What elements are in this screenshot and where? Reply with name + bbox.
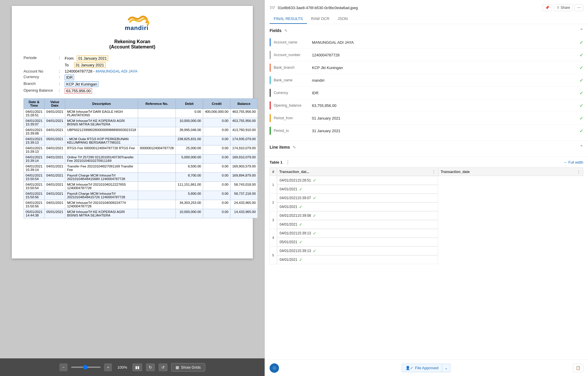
table-row: 04/01/2021 15:39:0804/01/2021UBP60212399… — [24, 127, 258, 136]
raw-check-icon: ✓ — [313, 249, 316, 253]
date-to-value: 31 January 2021 — [74, 62, 106, 68]
full-width-button[interactable]: ↔ Full width — [564, 160, 583, 164]
file-approved-button[interactable]: 👤✓ File Approved — [402, 364, 442, 372]
tab-json[interactable]: JSON — [333, 14, 352, 24]
reset-icon: ↻ — [149, 365, 152, 370]
share-button[interactable]: ⇧ Share — [554, 4, 573, 11]
chevron-down-icon: ⌄ — [445, 366, 448, 370]
zoom-out-button[interactable]: − — [59, 363, 68, 371]
fit-page-button[interactable]: ▮▮ — [132, 363, 142, 371]
field-value: mandiri — [312, 78, 578, 83]
zoom-in-button[interactable]: + — [104, 363, 112, 371]
date-check-icon: ✓ — [299, 222, 303, 227]
show-grids-button[interactable]: ▦ Show Grids — [171, 363, 205, 372]
rotate-button[interactable]: ↺ — [158, 363, 168, 371]
table-row: 04/01/2021 15:28:5104/01/2021MCM Inhouse… — [24, 109, 258, 118]
field-item: CurrencyIDR✓ — [270, 87, 583, 99]
header-actions: 📌 ⇧ Share ⋯ — [542, 4, 583, 11]
shield-button[interactable]: ☉ — [270, 363, 279, 373]
svg-text:mandiri: mandiri — [125, 24, 148, 31]
date-check-icon: ✓ — [299, 257, 303, 262]
fit-icon: ▮▮ — [135, 365, 139, 370]
table-row: 04/01/2021 15:50:5604/01/2021Payroll Cha… — [24, 191, 258, 200]
document-title: Rekening Koran (Account Statement) — [24, 39, 241, 50]
right-panel: 7/7 01e8b633-3ae8-476f-b530-0c9bc0eda6ad… — [265, 0, 588, 376]
col-date-options[interactable]: ⋮ — [577, 169, 581, 174]
field-check-icon: ✓ — [579, 65, 583, 70]
reset-button[interactable]: ↻ — [146, 363, 155, 371]
data-table-row: 204/01/202115:39:07✓04/01/2021✓ — [270, 194, 583, 211]
field-name: Period_to — [274, 129, 312, 133]
field-indicator — [270, 89, 271, 97]
grid-icon: ▦ — [176, 365, 179, 370]
periode-label: Periode — [24, 56, 59, 60]
bank-logo: mandiri — [24, 15, 241, 33]
ellipsis-icon: ⋯ — [577, 6, 581, 10]
table-title: Table 1 — [270, 160, 283, 164]
field-value: 01 January 2021 — [312, 116, 578, 120]
document-viewer: mandiri Rekening Koran (Account Statemen… — [0, 0, 265, 376]
copy-button[interactable]: 📋 — [573, 364, 583, 372]
zoom-level: 100% — [116, 365, 129, 370]
field-check-icon: ✓ — [579, 40, 583, 45]
share-icon: ⇧ — [557, 6, 559, 10]
field-value: KCP Jkt Kuningan — [312, 66, 578, 70]
col-ref-no: Reference No. — [138, 99, 176, 109]
fields-list: Account_nameMANUNGGAL ADI JAYA✓Account_n… — [270, 36, 583, 137]
data-table-row: 304/01/202115:39:08✓04/01/2021✓ — [270, 211, 583, 229]
zoom-slider[interactable] — [71, 367, 101, 368]
tabs: FINAL RESULTS RAW OCR JSON — [270, 14, 583, 24]
raw-check-icon: ✓ — [313, 231, 316, 236]
fields-collapse-button[interactable]: ⌃ — [579, 28, 583, 33]
bottom-toolbar: − + 100% ▮▮ ↻ ↺ ▦ Show Grids — [0, 358, 265, 376]
table-row: 04/01/2021 15:50:5404/01/2021MCM Inhouse… — [24, 182, 258, 191]
document-content: mandiri Rekening Koran (Account Statemen… — [0, 0, 265, 358]
table-row: 04/01/2021 15:39:1404/01/2021Online Trf … — [24, 155, 258, 164]
account-no-label: Account No — [24, 69, 59, 73]
right-footer: ☉ 👤✓ File Approved ⌄ 📋 — [265, 360, 588, 376]
document-page: mandiri Rekening Koran (Account Statemen… — [12, 6, 253, 258]
table-row: 04/01/2021 15:50:5604/01/2021MCM Inhouse… — [24, 200, 258, 209]
tab-raw-ocr[interactable]: RAW OCR — [307, 14, 333, 24]
table-actions: ↔ Full width — [564, 160, 583, 164]
copy-icon: 📋 — [576, 366, 581, 370]
col-transaction-raw: Transaction_dat... ⋮ — [277, 168, 438, 176]
approved-dropdown-button[interactable]: ⌄ — [442, 364, 450, 372]
rotate-icon: ↺ — [161, 365, 165, 370]
right-header: 7/7 01e8b633-3ae8-476f-b530-0c9bc0eda6ad… — [265, 0, 588, 24]
field-indicator — [270, 114, 271, 122]
pin-button[interactable]: 📌 — [542, 4, 552, 11]
more-options-button[interactable]: ⋯ — [574, 4, 583, 11]
table-row: 04/01/2021 15:39:1404/01/2021Transfer Fe… — [24, 164, 258, 173]
col-debit: Debit — [176, 99, 203, 109]
fields-title: Fields — [270, 28, 281, 33]
data-table-row: 504/01/202115:39:13✓04/01/2021✓ — [270, 246, 583, 264]
info-section: Periode : From 01 January 2021 To 31 Jan… — [24, 56, 241, 94]
field-indicator — [270, 127, 271, 135]
statement-table: Date & Time Value Date Description Refer… — [24, 98, 258, 218]
field-name: Account_name — [274, 40, 312, 44]
field-indicator — [270, 101, 271, 110]
col-raw-options[interactable]: ⋮ — [432, 169, 436, 174]
branch-value: KCP Jkt Kuningan — [65, 81, 98, 87]
field-name: Account_number — [274, 53, 312, 57]
person-check-icon: 👤✓ — [405, 366, 413, 370]
data-table: # Transaction_dat... ⋮ Transaction_date … — [270, 167, 583, 264]
account-no-value: 1240004787728 — [65, 69, 92, 73]
tab-final-results[interactable]: FINAL RESULTS — [270, 14, 307, 24]
file-counter: 7/7 — [270, 6, 275, 10]
field-check-icon: ✓ — [579, 103, 583, 108]
table-options-button[interactable]: ⋮ — [284, 160, 291, 165]
date-from-value: 01 January 2021 — [77, 56, 108, 61]
field-check-icon: ✓ — [579, 78, 583, 83]
currency-label: Currency — [24, 75, 59, 79]
fields-edit-icon[interactable]: ✎ — [284, 28, 288, 33]
field-value: 1240004787728 — [312, 53, 578, 57]
table-header-row: Table 1 ⋮ ↔ Full width — [270, 160, 583, 165]
line-items-edit-icon[interactable]: ✎ — [293, 145, 296, 150]
account-name-link[interactable]: MANUNGGAL ADI JAYA — [96, 69, 138, 73]
field-value: 63,755,956.00 — [312, 103, 578, 108]
table-row: 04/01/2021 15:39:1304/01/2021RTGS Fee 00… — [24, 145, 258, 155]
line-items-collapse-button[interactable]: ⌃ — [579, 144, 583, 150]
field-indicator — [270, 63, 271, 72]
